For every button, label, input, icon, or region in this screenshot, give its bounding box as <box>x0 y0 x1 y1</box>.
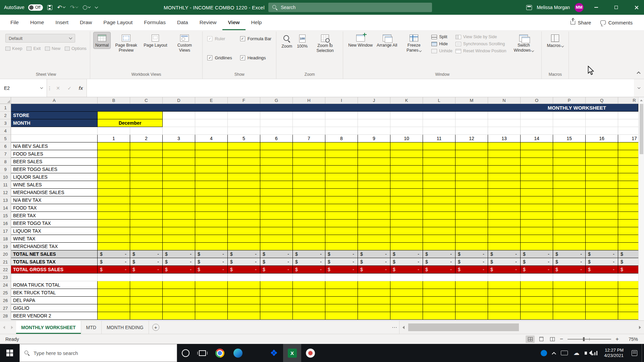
cell-J11[interactable] <box>358 181 390 189</box>
cell-K13[interactable] <box>390 196 423 204</box>
cell-E6[interactable] <box>195 142 228 150</box>
cell-N19[interactable] <box>488 243 521 250</box>
cell-G27[interactable] <box>260 304 293 312</box>
zoom-in-button[interactable]: + <box>614 336 620 343</box>
cell-B22[interactable]: $- <box>98 266 130 274</box>
ribbon-display-options-icon[interactable] <box>526 5 532 10</box>
cell-O3[interactable] <box>521 119 553 127</box>
cell-E16[interactable] <box>195 220 228 227</box>
cell-D13[interactable] <box>163 196 195 204</box>
cell-Q6[interactable] <box>586 142 618 150</box>
cell-I28[interactable] <box>325 312 358 320</box>
cell-L9[interactable] <box>423 166 455 173</box>
cell-K8[interactable] <box>390 158 423 166</box>
cell-M26[interactable] <box>455 297 488 304</box>
tab-help[interactable]: Help <box>246 15 268 30</box>
cell-P4[interactable] <box>553 127 586 135</box>
cell-I14[interactable] <box>325 204 358 212</box>
cell-L12[interactable] <box>423 189 455 196</box>
cell-N9[interactable] <box>488 166 521 173</box>
cell-I8[interactable] <box>325 158 358 166</box>
cell-I25[interactable] <box>325 289 358 297</box>
cell-B21[interactable]: $- <box>98 258 130 266</box>
cell-O24[interactable] <box>521 281 553 289</box>
cell-N15[interactable] <box>488 212 521 220</box>
cell-C26[interactable] <box>130 297 163 304</box>
cell-D2[interactable] <box>163 112 195 119</box>
cell-L21[interactable]: $- <box>423 258 455 266</box>
cell-O10[interactable] <box>521 173 553 181</box>
cell-P9[interactable] <box>553 166 586 173</box>
cell-F12[interactable] <box>228 189 260 196</box>
cell-J17[interactable] <box>358 227 390 235</box>
cell-Q14[interactable] <box>586 204 618 212</box>
cell-L10[interactable] <box>423 173 455 181</box>
start-button[interactable] <box>0 344 19 362</box>
column-header-P[interactable]: P <box>553 97 586 104</box>
cell-J14[interactable] <box>358 204 390 212</box>
cell-R9[interactable] <box>618 166 638 173</box>
cell-P18[interactable] <box>553 235 586 243</box>
cell-F19[interactable] <box>228 243 260 250</box>
cell-D12[interactable] <box>163 189 195 196</box>
cell-P6[interactable] <box>553 142 586 150</box>
cell-H5[interactable]: 7 <box>293 135 325 142</box>
cell-O20[interactable]: $- <box>521 250 553 258</box>
cell-M21[interactable]: $- <box>455 258 488 266</box>
cell-L28[interactable] <box>423 312 455 320</box>
tab-page-layout[interactable]: Page Layout <box>98 15 138 30</box>
cell-D10[interactable] <box>163 173 195 181</box>
cell-K19[interactable] <box>390 243 423 250</box>
cell-P25[interactable] <box>553 289 586 297</box>
cell-O21[interactable]: $- <box>521 258 553 266</box>
cell-A11[interactable]: WINE SALES <box>11 181 98 189</box>
tab-overflow-dots[interactable]: ⋯ <box>390 321 399 334</box>
cell-H16[interactable] <box>293 220 325 227</box>
page-layout-button[interactable]: Page Layout <box>142 32 169 49</box>
worksheet-title-cell[interactable]: MONTHLY WORKSHEET <box>11 104 638 112</box>
quick-access-button[interactable] <box>82 5 91 10</box>
cell-E7[interactable] <box>195 150 228 158</box>
row-header-7[interactable]: 7 <box>0 150 11 158</box>
cell-O27[interactable] <box>521 304 553 312</box>
cell-J3[interactable] <box>358 119 390 127</box>
cell-G12[interactable] <box>260 189 293 196</box>
cell-R28[interactable] <box>618 312 638 320</box>
cell-Q17[interactable] <box>586 227 618 235</box>
insert-function-button[interactable]: fx <box>75 79 87 97</box>
cell-H28[interactable] <box>293 312 325 320</box>
cell-P22[interactable]: $- <box>553 266 586 274</box>
cell-A24[interactable]: ROMA TRUCK TOTAL <box>11 281 98 289</box>
cell-A25[interactable]: BEK TRUCK TOTAL <box>11 289 98 297</box>
column-header-G[interactable]: G <box>260 97 293 104</box>
cell-M19[interactable] <box>455 243 488 250</box>
horizontal-scroll-track[interactable] <box>408 321 636 334</box>
tray-volume-button[interactable] <box>585 352 587 355</box>
cell-H2[interactable] <box>293 112 325 119</box>
cell-L27[interactable] <box>423 304 455 312</box>
cell-J2[interactable] <box>358 112 390 119</box>
cell-E25[interactable] <box>195 289 228 297</box>
cell-Q20[interactable]: $- <box>586 250 618 258</box>
cell-I27[interactable] <box>325 304 358 312</box>
cell-R13[interactable] <box>618 196 638 204</box>
cell-A8[interactable]: BEER SALES <box>11 158 98 166</box>
cell-J25[interactable] <box>358 289 390 297</box>
cell-H3[interactable] <box>293 119 325 127</box>
row-header-26[interactable]: 26 <box>0 297 11 304</box>
search-box[interactable]: Search <box>268 3 432 12</box>
cell-L15[interactable] <box>423 212 455 220</box>
cell-F24[interactable] <box>228 281 260 289</box>
cell-P3[interactable] <box>553 119 586 127</box>
row-header-22[interactable]: 22 <box>0 266 11 274</box>
cell-G5[interactable]: 6 <box>260 135 293 142</box>
column-header-M[interactable]: M <box>455 97 488 104</box>
cell-L23[interactable] <box>423 274 455 281</box>
cell-K14[interactable] <box>390 204 423 212</box>
cell-P14[interactable] <box>553 204 586 212</box>
cell-H27[interactable] <box>293 304 325 312</box>
vertical-scroll-thumb[interactable] <box>640 104 643 154</box>
cell-D3[interactable] <box>163 119 195 127</box>
cell-K16[interactable] <box>390 220 423 227</box>
cell-K2[interactable] <box>390 112 423 119</box>
